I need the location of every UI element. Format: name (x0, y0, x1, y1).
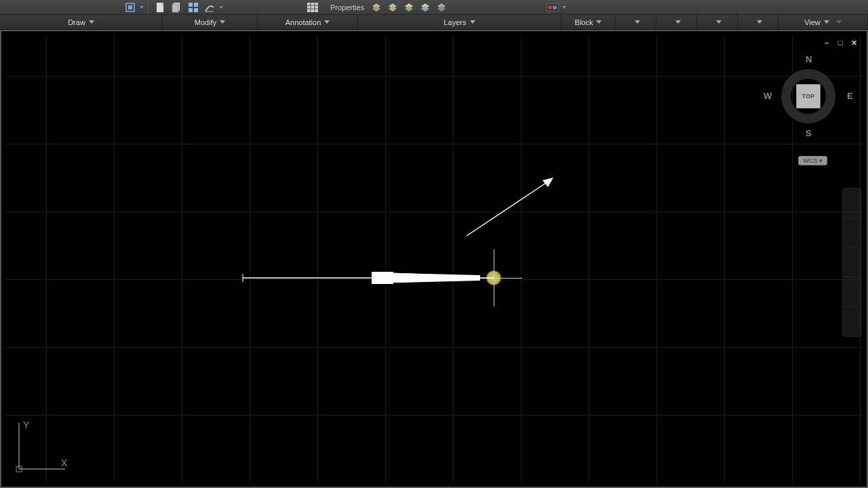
wcs-label: WCS (803, 157, 817, 164)
svg-marker-21 (405, 6, 413, 12)
chevron-down-icon (757, 20, 762, 24)
tab-label: Modify (195, 18, 216, 26)
chevron-down-icon (716, 20, 722, 24)
navigation-bar (842, 188, 861, 337)
maximize-icon[interactable]: □ (835, 38, 845, 47)
svg-marker-35 (415, 274, 439, 281)
ucs-x-label: X (61, 458, 68, 468)
layer-state-3-icon[interactable] (402, 1, 416, 14)
tab-annotation[interactable]: Annotation (258, 15, 358, 29)
svg-rect-6 (189, 3, 193, 7)
tab-label: Draw (68, 18, 85, 26)
tab-block[interactable]: Block (561, 15, 616, 29)
new-doc-icon[interactable] (154, 1, 167, 14)
nav-orbit-icon[interactable] (843, 277, 861, 307)
svg-rect-8 (189, 8, 193, 12)
separator (148, 1, 149, 14)
layer-state-4-icon[interactable] (418, 1, 432, 14)
close-icon[interactable]: ✕ (849, 38, 859, 47)
tab-draw[interactable]: Draw (0, 15, 163, 29)
drawing-canvas[interactable]: – □ ✕ (5, 35, 863, 483)
tab-label: View (804, 18, 821, 26)
drawing-area-frame: – □ ✕ (0, 30, 868, 488)
chevron-down-icon (324, 20, 330, 24)
svg-marker-36 (439, 275, 467, 281)
chevron-down-icon (635, 20, 640, 24)
grid-icon[interactable] (186, 1, 200, 14)
compass-n[interactable]: N (806, 54, 812, 64)
view-cube[interactable]: TOP N S W E (768, 56, 849, 137)
svg-marker-38 (542, 178, 553, 187)
svg-rect-1 (128, 5, 132, 9)
viewcube-face-label: TOP (802, 93, 814, 100)
compass-w[interactable]: W (764, 91, 772, 101)
ucs-y-label: Y (23, 420, 30, 430)
minimize-icon[interactable]: – (822, 38, 831, 47)
svg-rect-5 (172, 4, 178, 12)
nav-zoom-icon[interactable] (843, 248, 861, 278)
tab-minor-3[interactable] (697, 15, 738, 29)
svg-marker-25 (437, 6, 446, 12)
nav-showmotion-icon[interactable] (843, 307, 861, 336)
panel-tabs: Draw Modify Annotation Layers Block View (0, 15, 868, 30)
tab-modify[interactable]: Modify (163, 15, 258, 29)
chevron-down-icon (220, 20, 225, 24)
svg-point-28 (553, 5, 557, 9)
wcs-button[interactable]: WCS ▾ (798, 156, 827, 165)
tab-layers[interactable]: Layers (358, 15, 561, 29)
chevron-down-icon (89, 20, 94, 24)
svg-marker-19 (389, 6, 397, 12)
chevron-down-icon (596, 20, 601, 24)
svg-marker-17 (372, 6, 380, 12)
viewcube-face-top[interactable]: TOP (796, 84, 821, 108)
tab-label: Layers (443, 18, 466, 26)
ribbon-toolbar: Properties (0, 0, 868, 15)
svg-point-27 (548, 5, 552, 9)
layer-state-2-icon[interactable] (386, 1, 399, 14)
select-window-icon[interactable] (123, 1, 137, 14)
chevron-down-icon (675, 20, 681, 24)
measure-dropdown-icon[interactable] (219, 6, 223, 9)
layer-state-1-icon[interactable] (370, 1, 383, 14)
measure-icon[interactable] (203, 1, 216, 14)
copy-doc-icon[interactable] (170, 1, 184, 14)
svg-line-37 (467, 182, 548, 236)
tab-minor-2[interactable] (656, 15, 697, 29)
properties-label: Properties (330, 3, 364, 12)
svg-rect-9 (194, 8, 198, 12)
bylayer-icon[interactable] (546, 1, 559, 14)
nav-pan-icon[interactable] (843, 218, 861, 248)
tab-minor-4[interactable] (738, 15, 778, 29)
tab-label: Block (575, 18, 593, 26)
svg-rect-7 (194, 3, 198, 7)
expand-icon (836, 20, 842, 24)
select-dropdown-icon[interactable] (140, 6, 144, 9)
chevron-down-icon (824, 20, 829, 24)
compass-e[interactable]: E (847, 91, 853, 101)
tab-minor-1[interactable] (616, 15, 656, 29)
nav-wheel-icon[interactable] (843, 188, 861, 218)
compass-s[interactable]: S (806, 128, 812, 138)
tab-label: Annotation (285, 18, 321, 26)
drawing-content (5, 35, 863, 483)
viewport-window-controls: – □ ✕ (822, 38, 859, 47)
bylayer-dropdown-icon[interactable] (562, 6, 566, 9)
svg-marker-34 (393, 273, 415, 283)
svg-marker-33 (372, 272, 393, 284)
table-icon[interactable] (306, 1, 319, 14)
svg-rect-11 (307, 3, 318, 12)
svg-marker-23 (421, 6, 429, 12)
layer-state-5-icon[interactable] (435, 1, 448, 14)
chevron-down-icon (470, 20, 475, 24)
tab-view[interactable]: View (778, 15, 868, 29)
ucs-icon: Y X (11, 416, 72, 477)
